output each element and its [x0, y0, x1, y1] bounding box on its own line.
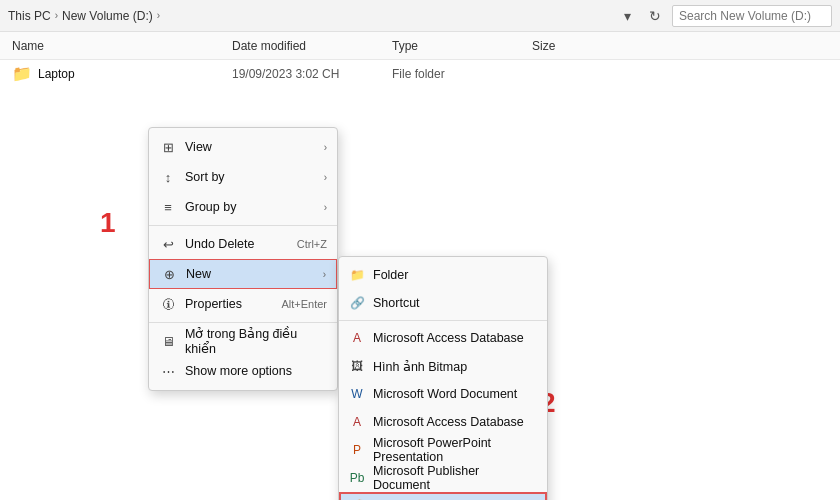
breadcrumb-sep-1: ›	[55, 10, 58, 21]
col-date-header[interactable]: Date modified	[232, 39, 392, 53]
menu-arrow-sort: ›	[324, 172, 327, 183]
submenu-label-bitmap: Hình ảnh Bitmap	[373, 359, 467, 374]
file-name-laptop: Laptop	[38, 67, 232, 81]
menu-label-view: View	[185, 140, 316, 154]
submenu-item-publisher[interactable]: Pb Microsoft Publisher Document	[339, 464, 547, 492]
menu-label-more: Show more options	[185, 364, 327, 378]
menu-item-new[interactable]: ⊕ New › 📁 Folder 🔗 Shortcut	[149, 259, 337, 289]
submenu-bitmap-icon: 🖼	[349, 358, 365, 374]
menu-item-view[interactable]: ⊞ View ›	[149, 132, 337, 162]
menu-item-undo[interactable]: ↩ Undo Delete Ctrl+Z	[149, 229, 337, 259]
menu-label-open-panel: Mở trong Bảng điều khiển	[185, 326, 327, 356]
column-headers: Name Date modified Type Size	[0, 32, 840, 60]
undo-shortcut: Ctrl+Z	[297, 238, 327, 250]
submenu-access2-icon: A	[349, 414, 365, 430]
content-area: Name Date modified Type Size 📁 Laptop 19…	[0, 32, 840, 500]
submenu-divider-1	[339, 320, 547, 321]
file-type-laptop: File folder	[392, 67, 532, 81]
submenu-label-publisher: Microsoft Publisher Document	[373, 464, 537, 492]
title-bar: This PC › New Volume (D:) › ▾ ↻	[0, 0, 840, 32]
properties-icon: 🛈	[159, 295, 177, 313]
menu-item-open-panel[interactable]: 🖥 Mở trong Bảng điều khiển	[149, 326, 337, 356]
new-icon: ⊕	[160, 265, 178, 283]
menu-divider-1	[149, 225, 337, 226]
menu-divider-2	[149, 322, 337, 323]
search-input[interactable]	[672, 5, 832, 27]
submenu-item-ppt[interactable]: P Microsoft PowerPoint Presentation	[339, 436, 547, 464]
folder-icon: 📁	[12, 64, 32, 84]
file-row-laptop[interactable]: 📁 Laptop 19/09/2023 3:02 CH File folder	[0, 60, 840, 88]
submenu-label-access2: Microsoft Access Database	[373, 415, 524, 429]
menu-arrow-group: ›	[324, 202, 327, 213]
submenu-label-access: Microsoft Access Database	[373, 331, 524, 345]
view-icon: ⊞	[159, 138, 177, 156]
dropdown-button[interactable]: ▾	[616, 5, 638, 27]
menu-label-group: Group by	[185, 200, 316, 214]
submenu-item-word[interactable]: W Microsoft Word Document	[339, 380, 547, 408]
menu-item-sort[interactable]: ↕ Sort by ›	[149, 162, 337, 192]
open-panel-icon: 🖥	[159, 332, 177, 350]
submenu-access-icon: A	[349, 330, 365, 346]
submenu-label-ppt: Microsoft PowerPoint Presentation	[373, 436, 537, 464]
submenu-item-bitmap[interactable]: 🖼 Hình ảnh Bitmap	[339, 352, 547, 380]
toolbar-right: ▾ ↻	[616, 5, 832, 27]
submenu-folder-icon: 📁	[349, 267, 365, 283]
marker-1: 1	[100, 207, 116, 239]
sort-icon: ↕	[159, 168, 177, 186]
submenu-word-icon: W	[349, 386, 365, 402]
breadcrumb-this-pc[interactable]: This PC	[8, 9, 51, 23]
submenu-label-word: Microsoft Word Document	[373, 387, 517, 401]
submenu-new: 📁 Folder 🔗 Shortcut A Microsoft Access D…	[338, 256, 548, 500]
menu-label-properties: Properties	[185, 297, 273, 311]
submenu-shortcut-icon: 🔗	[349, 295, 365, 311]
file-date-laptop: 19/09/2023 3:02 CH	[232, 67, 392, 81]
menu-label-sort: Sort by	[185, 170, 316, 184]
submenu-item-access2[interactable]: A Microsoft Access Database	[339, 408, 547, 436]
menu-arrow-new: ›	[323, 269, 326, 280]
col-type-header[interactable]: Type	[392, 39, 532, 53]
undo-icon: ↩	[159, 235, 177, 253]
menu-item-properties[interactable]: 🛈 Properties Alt+Enter	[149, 289, 337, 319]
breadcrumb-volume[interactable]: New Volume (D:)	[62, 9, 153, 23]
submenu-label-shortcut: Shortcut	[373, 296, 420, 310]
menu-item-group[interactable]: ≡ Group by ›	[149, 192, 337, 222]
more-icon: ⋯	[159, 362, 177, 380]
breadcrumb-sep-2: ›	[157, 10, 160, 21]
menu-label-new: New	[186, 267, 315, 281]
submenu-publisher-icon: Pb	[349, 470, 365, 486]
col-name-header[interactable]: Name	[12, 39, 232, 53]
submenu-item-winrar[interactable]: 📦 WinRAR archive	[339, 492, 547, 500]
context-menu: ⊞ View › ↕ Sort by › ≡ Group by › ↩ Undo…	[148, 127, 338, 391]
submenu-item-shortcut[interactable]: 🔗 Shortcut	[339, 289, 547, 317]
submenu-item-folder[interactable]: 📁 Folder	[339, 261, 547, 289]
explorer-body: Name Date modified Type Size 📁 Laptop 19…	[0, 32, 840, 500]
refresh-button[interactable]: ↻	[644, 5, 666, 27]
properties-shortcut: Alt+Enter	[281, 298, 327, 310]
group-icon: ≡	[159, 198, 177, 216]
breadcrumb[interactable]: This PC › New Volume (D:) ›	[8, 9, 616, 23]
menu-item-more[interactable]: ⋯ Show more options	[149, 356, 337, 386]
submenu-label-folder: Folder	[373, 268, 408, 282]
menu-arrow-view: ›	[324, 142, 327, 153]
submenu-item-access[interactable]: A Microsoft Access Database	[339, 324, 547, 352]
menu-label-undo: Undo Delete	[185, 237, 289, 251]
col-size-header[interactable]: Size	[532, 39, 612, 53]
submenu-ppt-icon: P	[349, 442, 365, 458]
